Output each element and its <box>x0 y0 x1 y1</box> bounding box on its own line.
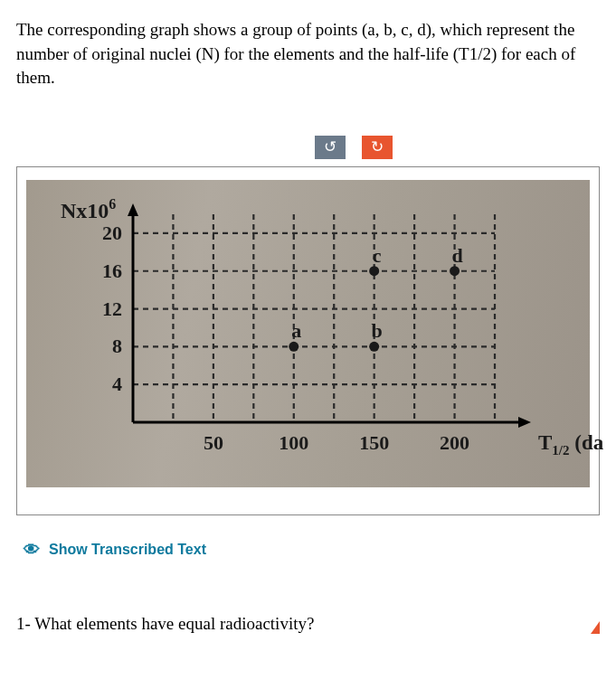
flag-icon[interactable] <box>591 621 600 634</box>
show-transcribed-link[interactable]: 👁 Show Transcribed Text <box>16 541 600 560</box>
svg-point-29 <box>289 342 299 352</box>
rotate-left-button[interactable]: ↺ <box>315 136 346 159</box>
eye-icon: 👁 <box>24 541 40 560</box>
svg-text:Nx106: Nx106 <box>61 196 116 222</box>
show-transcribed-label: Show Transcribed Text <box>49 542 206 558</box>
svg-marker-17 <box>518 417 531 428</box>
svg-text:a: a <box>291 319 301 342</box>
svg-text:12: 12 <box>102 297 122 319</box>
question-row: 1- What elements have equal radioactivit… <box>16 614 600 634</box>
svg-text:c: c <box>373 244 382 267</box>
rotate-right-button[interactable]: ↻ <box>362 136 393 159</box>
svg-text:T1/2 (day): T1/2 (day) <box>538 431 603 458</box>
svg-text:50: 50 <box>204 431 223 454</box>
question-1: 1- What elements have equal radioactivit… <box>16 614 314 634</box>
problem-statement: The corresponding graph shows a group of… <box>16 18 600 90</box>
graph-panel: 4812162050100150200Nx106T1/2 (day)abcd <box>16 166 600 515</box>
svg-point-35 <box>450 266 460 276</box>
svg-text:b: b <box>372 319 383 342</box>
svg-text:8: 8 <box>112 335 122 357</box>
svg-text:16: 16 <box>102 260 122 282</box>
chart-svg: 4812162050100150200Nx106T1/2 (day)abcd <box>43 196 603 467</box>
svg-text:20: 20 <box>102 222 122 244</box>
svg-point-33 <box>369 266 379 276</box>
svg-text:d: d <box>451 244 462 267</box>
svg-text:150: 150 <box>359 431 389 454</box>
svg-marker-16 <box>128 203 138 216</box>
svg-point-31 <box>369 342 379 352</box>
svg-text:4: 4 <box>112 373 122 395</box>
svg-text:200: 200 <box>440 431 469 454</box>
image-toolbar: ↺ ↻ <box>107 136 600 159</box>
graph-image: 4812162050100150200Nx106T1/2 (day)abcd <box>26 180 590 487</box>
svg-text:100: 100 <box>279 431 308 454</box>
